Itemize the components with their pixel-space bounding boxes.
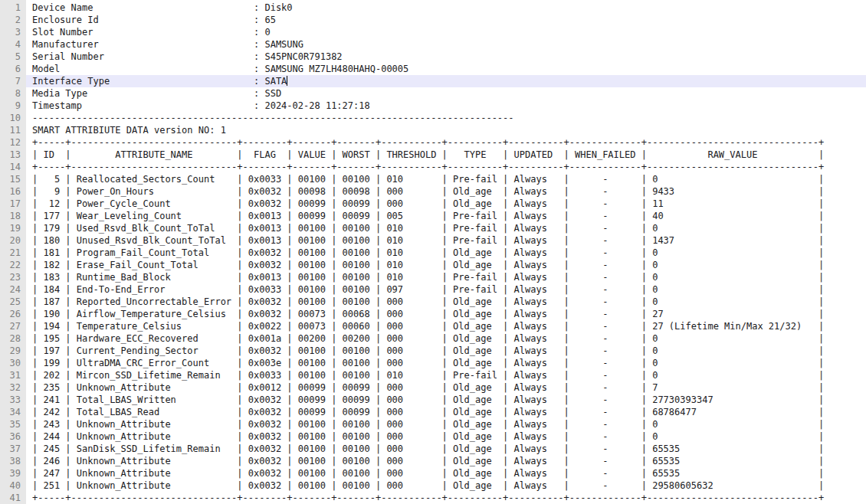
current-line-text[interactable]: Interface Type : SATA: [26, 75, 866, 87]
editor-line-38[interactable]: 38| 246 | Unknown_Attribute | 0x0032 | 0…: [0, 455, 866, 467]
editor-line-24[interactable]: 24| 184 | End-To-End_Error | 0x0033 | 00…: [0, 283, 866, 296]
editor-line-14[interactable]: 14+-----+------------------------------+…: [0, 161, 866, 173]
line-text[interactable]: | 184 | End-To-End_Error | 0x0033 | 0010…: [26, 283, 866, 296]
line-number[interactable]: 26: [0, 308, 26, 320]
editor-line-34[interactable]: 34| 242 | Total_LBAS_Read | 0x0032 | 000…: [0, 406, 866, 418]
line-text[interactable]: Media Type : SSD: [26, 87, 866, 100]
line-number[interactable]: 8: [0, 87, 26, 100]
line-text[interactable]: | 179 | Used_Rsvd_Blk_Count_ToTal | 0x00…: [26, 222, 866, 234]
line-number[interactable]: 17: [0, 198, 26, 210]
editor-line-23[interactable]: 23| 183 | Runtime_Bad_Block | 0x0013 | 0…: [0, 271, 866, 283]
line-text[interactable]: Timestamp : 2024-02-28 11:27:18: [26, 100, 866, 112]
line-text[interactable]: ----------------------------------------…: [26, 112, 866, 124]
line-text[interactable]: | 183 | Runtime_Bad_Block | 0x0013 | 001…: [26, 271, 866, 283]
editor-line-4[interactable]: 4Manufacturer : SAMSUNG: [0, 38, 866, 51]
line-number[interactable]: 5: [0, 51, 26, 63]
editor-line-2[interactable]: 2Enclosure Id : 65: [0, 14, 866, 26]
editor-line-16[interactable]: 16| 9 | Power_On_Hours | 0x0032 | 00098 …: [0, 185, 866, 198]
editor-line-17[interactable]: 17| 12 | Power_Cycle_Count | 0x0032 | 00…: [0, 198, 866, 210]
line-number[interactable]: 31: [0, 369, 26, 381]
editor-line-9[interactable]: 9Timestamp : 2024-02-28 11:27:18: [0, 100, 866, 112]
line-text[interactable]: | 251 | Unknown_Attribute | 0x0032 | 001…: [26, 479, 866, 492]
line-number[interactable]: 25: [0, 296, 26, 308]
editor-line-6[interactable]: 6Model : SAMSUNG MZ7LH480HAHQ-00005: [0, 63, 866, 75]
line-number[interactable]: 12: [0, 136, 26, 149]
line-number[interactable]: 7: [0, 75, 26, 87]
line-text[interactable]: Slot Number : 0: [26, 26, 866, 38]
line-text[interactable]: | 182 | Erase_Fail_Count_Total | 0x0032 …: [26, 259, 866, 271]
line-text[interactable]: | 180 | Unused_Rsvd_Blk_Count_ToTal | 0x…: [26, 234, 866, 247]
line-text[interactable]: | 187 | Reported_Uncorrectable_Error | 0…: [26, 296, 866, 308]
line-text[interactable]: | 194 | Temperature_Celsius | 0x0022 | 0…: [26, 320, 866, 332]
line-text[interactable]: | 12 | Power_Cycle_Count | 0x0032 | 0009…: [26, 198, 866, 210]
editor-line-35[interactable]: 35| 243 | Unknown_Attribute | 0x0032 | 0…: [0, 418, 866, 430]
line-text[interactable]: | 5 | Reallocated_Sectors_Count | 0x0033…: [26, 173, 866, 185]
line-text[interactable]: +-----+------------------------------+--…: [26, 161, 866, 173]
line-number[interactable]: 16: [0, 185, 26, 198]
editor-line-39[interactable]: 39| 247 | Unknown_Attribute | 0x0032 | 0…: [0, 467, 866, 479]
line-number[interactable]: 22: [0, 259, 26, 271]
line-text[interactable]: | 244 | Unknown_Attribute | 0x0032 | 001…: [26, 430, 866, 443]
line-number[interactable]: 40: [0, 479, 26, 492]
line-text[interactable]: | 190 | Airflow_Temperature_Celsius | 0x…: [26, 308, 866, 320]
editor-line-25[interactable]: 25| 187 | Reported_Uncorrectable_Error |…: [0, 296, 866, 308]
line-text[interactable]: | 177 | Wear_Leveling_Count | 0x0013 | 0…: [26, 210, 866, 222]
line-number[interactable]: 30: [0, 357, 26, 369]
editor-line-20[interactable]: 20| 180 | Unused_Rsvd_Blk_Count_ToTal | …: [0, 234, 866, 247]
editor-line-11[interactable]: 11SMART ATTRIBIUTE DATA version NO: 1: [0, 124, 866, 136]
line-number[interactable]: 23: [0, 271, 26, 283]
editor-line-13[interactable]: 13| ID | ATTRIBUTE_NAME | FLAG | VALUE |…: [0, 149, 866, 161]
line-number[interactable]: 20: [0, 234, 26, 247]
line-text[interactable]: Enclosure Id : 65: [26, 14, 866, 26]
line-number[interactable]: 33: [0, 394, 26, 406]
editor-line-32[interactable]: 32| 235 | Unknown_Attribute | 0x0012 | 0…: [0, 381, 866, 394]
line-number[interactable]: 9: [0, 100, 26, 112]
line-text[interactable]: | 202 | Mircon_SSD_Lifetime_Remain | 0x0…: [26, 369, 866, 381]
line-number[interactable]: 24: [0, 283, 26, 296]
editor-line-41[interactable]: 41+-----+------------------------------+…: [0, 492, 866, 504]
line-number[interactable]: 14: [0, 161, 26, 173]
line-text[interactable]: | 181 | Program_Fail_Count_Total | 0x003…: [26, 247, 866, 259]
line-text[interactable]: Serial Number : S45PNC0R791382: [26, 51, 866, 63]
editor-line-22[interactable]: 22| 182 | Erase_Fail_Count_Total | 0x003…: [0, 259, 866, 271]
editor-line-36[interactable]: 36| 244 | Unknown_Attribute | 0x0032 | 0…: [0, 430, 866, 443]
line-text[interactable]: | 247 | Unknown_Attribute | 0x0032 | 001…: [26, 467, 866, 479]
line-text[interactable]: Model : SAMSUNG MZ7LH480HAHQ-00005: [26, 63, 866, 75]
line-number[interactable]: 36: [0, 430, 26, 443]
line-number[interactable]: 2: [0, 14, 26, 26]
editor-line-10[interactable]: 10--------------------------------------…: [0, 112, 866, 124]
line-text[interactable]: | 199 | UltraDMA_CRC_Error_Count | 0x003…: [26, 357, 866, 369]
line-text[interactable]: | 242 | Total_LBAS_Read | 0x0032 | 00099…: [26, 406, 866, 418]
editor-line-21[interactable]: 21| 181 | Program_Fail_Count_Total | 0x0…: [0, 247, 866, 259]
line-number[interactable]: 15: [0, 173, 26, 185]
editor-line-28[interactable]: 28| 195 | Hardware_ECC_Recovered | 0x001…: [0, 332, 866, 345]
line-text[interactable]: | ID | ATTRIBUTE_NAME | FLAG | VALUE | W…: [26, 149, 866, 161]
editor-line-18[interactable]: 18| 177 | Wear_Leveling_Count | 0x0013 |…: [0, 210, 866, 222]
editor-line-27[interactable]: 27| 194 | Temperature_Celsius | 0x0022 |…: [0, 320, 866, 332]
editor-line-26[interactable]: 26| 190 | Airflow_Temperature_Celsius | …: [0, 308, 866, 320]
line-number[interactable]: 10: [0, 112, 26, 124]
line-number[interactable]: 28: [0, 332, 26, 345]
line-text[interactable]: | 243 | Unknown_Attribute | 0x0032 | 001…: [26, 418, 866, 430]
line-number[interactable]: 11: [0, 124, 26, 136]
editor-line-40[interactable]: 40| 251 | Unknown_Attribute | 0x0032 | 0…: [0, 479, 866, 492]
line-text[interactable]: Device Name : Disk0: [26, 2, 866, 14]
line-number[interactable]: 1: [0, 2, 26, 14]
editor-line-15[interactable]: 15| 5 | Reallocated_Sectors_Count | 0x00…: [0, 173, 866, 185]
line-number[interactable]: 18: [0, 210, 26, 222]
line-text[interactable]: | 241 | Total_LBAS_Written | 0x0032 | 00…: [26, 394, 866, 406]
line-text[interactable]: | 197 | Current_Pending_Sector | 0x0032 …: [26, 345, 866, 357]
line-number[interactable]: 38: [0, 455, 26, 467]
text-editor[interactable]: 1Device Name : Disk02Enclosure Id : 653S…: [0, 0, 866, 504]
line-text[interactable]: Manufacturer : SAMSUNG: [26, 38, 866, 51]
line-text[interactable]: | 195 | Hardware_ECC_Recovered | 0x001a …: [26, 332, 866, 345]
line-number[interactable]: 21: [0, 247, 26, 259]
line-number[interactable]: 3: [0, 26, 26, 38]
editor-line-19[interactable]: 19| 179 | Used_Rsvd_Blk_Count_ToTal | 0x…: [0, 222, 866, 234]
editor-line-7[interactable]: 7Interface Type : SATA: [0, 75, 866, 87]
editor-line-33[interactable]: 33| 241 | Total_LBAS_Written | 0x0032 | …: [0, 394, 866, 406]
line-number[interactable]: 19: [0, 222, 26, 234]
editor-line-30[interactable]: 30| 199 | UltraDMA_CRC_Error_Count | 0x0…: [0, 357, 866, 369]
line-number[interactable]: 32: [0, 381, 26, 394]
editor-line-12[interactable]: 12+-----+------------------------------+…: [0, 136, 866, 149]
